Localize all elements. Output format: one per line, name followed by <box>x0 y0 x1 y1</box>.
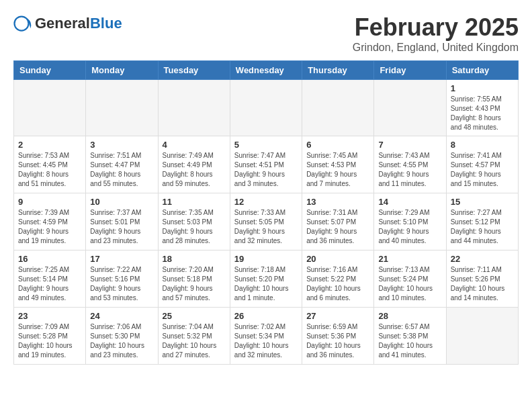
day-info: Sunrise: 7:49 AM Sunset: 4:49 PM Dayligh… <box>163 151 226 189</box>
calendar-cell: 17Sunrise: 7:22 AM Sunset: 5:16 PM Dayli… <box>86 250 158 308</box>
location: Grindon, England, United Kingdom <box>353 42 519 54</box>
calendar-cell: 27Sunrise: 6:59 AM Sunset: 5:36 PM Dayli… <box>302 308 374 365</box>
day-info: Sunrise: 7:39 AM Sunset: 4:59 PM Dayligh… <box>18 208 81 246</box>
calendar-cell: 10Sunrise: 7:37 AM Sunset: 5:01 PM Dayli… <box>86 193 158 250</box>
weekday-header: Saturday <box>446 61 518 80</box>
day-number: 8 <box>451 140 514 150</box>
calendar-cell <box>374 80 446 136</box>
day-number: 25 <box>163 311 226 321</box>
day-number: 11 <box>163 197 226 207</box>
day-info: Sunrise: 7:55 AM Sunset: 4:43 PM Dayligh… <box>451 95 514 132</box>
day-info: Sunrise: 7:53 AM Sunset: 4:45 PM Dayligh… <box>18 151 81 189</box>
weekday-header: Monday <box>86 61 158 80</box>
day-info: Sunrise: 7:22 AM Sunset: 5:16 PM Dayligh… <box>90 265 153 303</box>
calendar-cell: 24Sunrise: 7:06 AM Sunset: 5:30 PM Dayli… <box>86 308 158 365</box>
day-info: Sunrise: 7:04 AM Sunset: 5:32 PM Dayligh… <box>163 322 226 360</box>
day-number: 10 <box>90 197 153 207</box>
calendar-cell: 21Sunrise: 7:13 AM Sunset: 5:24 PM Dayli… <box>374 250 446 308</box>
day-number: 13 <box>306 197 369 207</box>
weekday-header: Tuesday <box>158 61 230 80</box>
calendar-cell <box>14 80 86 136</box>
day-number: 1 <box>451 83 514 93</box>
day-info: Sunrise: 7:20 AM Sunset: 5:18 PM Dayligh… <box>163 265 226 303</box>
calendar-cell: 6Sunrise: 7:45 AM Sunset: 4:53 PM Daylig… <box>302 136 374 193</box>
day-number: 15 <box>451 197 514 207</box>
day-info: Sunrise: 7:06 AM Sunset: 5:30 PM Dayligh… <box>90 322 153 360</box>
day-info: Sunrise: 7:51 AM Sunset: 4:47 PM Dayligh… <box>90 151 153 189</box>
day-info: Sunrise: 7:33 AM Sunset: 5:05 PM Dayligh… <box>234 208 298 246</box>
day-info: Sunrise: 7:37 AM Sunset: 5:01 PM Dayligh… <box>90 208 153 246</box>
calendar-cell: 1Sunrise: 7:55 AM Sunset: 4:43 PM Daylig… <box>446 80 518 136</box>
day-info: Sunrise: 6:57 AM Sunset: 5:38 PM Dayligh… <box>378 322 441 360</box>
day-number: 17 <box>90 254 153 264</box>
calendar-cell: 20Sunrise: 7:16 AM Sunset: 5:22 PM Dayli… <box>302 250 374 308</box>
day-info: Sunrise: 7:45 AM Sunset: 4:53 PM Dayligh… <box>306 151 369 189</box>
calendar-cell: 25Sunrise: 7:04 AM Sunset: 5:32 PM Dayli… <box>158 308 230 365</box>
calendar-cell <box>446 308 518 365</box>
calendar-cell <box>158 80 230 136</box>
day-info: Sunrise: 7:18 AM Sunset: 5:20 PM Dayligh… <box>234 265 298 303</box>
day-info: Sunrise: 7:27 AM Sunset: 5:12 PM Dayligh… <box>451 208 514 246</box>
calendar-cell: 2Sunrise: 7:53 AM Sunset: 4:45 PM Daylig… <box>14 136 86 193</box>
calendar-cell: 28Sunrise: 6:57 AM Sunset: 5:38 PM Dayli… <box>374 308 446 365</box>
day-number: 14 <box>378 197 441 207</box>
day-number: 20 <box>306 254 369 264</box>
day-info: Sunrise: 7:29 AM Sunset: 5:10 PM Dayligh… <box>378 208 441 246</box>
day-number: 26 <box>234 311 298 321</box>
day-number: 9 <box>18 197 81 207</box>
day-number: 22 <box>451 254 514 264</box>
day-number: 23 <box>18 311 81 321</box>
page-header: GeneralBlue February 2025 Grindon, Engla… <box>13 13 519 54</box>
day-info: Sunrise: 7:13 AM Sunset: 5:24 PM Dayligh… <box>378 265 441 303</box>
calendar-cell: 19Sunrise: 7:18 AM Sunset: 5:20 PM Dayli… <box>230 250 302 308</box>
day-number: 12 <box>234 197 298 207</box>
day-info: Sunrise: 7:16 AM Sunset: 5:22 PM Dayligh… <box>306 265 369 303</box>
day-info: Sunrise: 7:09 AM Sunset: 5:28 PM Dayligh… <box>18 322 81 360</box>
calendar-cell: 15Sunrise: 7:27 AM Sunset: 5:12 PM Dayli… <box>446 193 518 250</box>
day-number: 18 <box>163 254 226 264</box>
week-row: 1Sunrise: 7:55 AM Sunset: 4:43 PM Daylig… <box>14 80 519 136</box>
logo-text: GeneralBlue <box>35 15 122 32</box>
day-number: 3 <box>90 140 153 150</box>
calendar-cell <box>230 80 302 136</box>
calendar-cell: 3Sunrise: 7:51 AM Sunset: 4:47 PM Daylig… <box>86 136 158 193</box>
logo: GeneralBlue <box>13 13 122 34</box>
day-info: Sunrise: 7:31 AM Sunset: 5:07 PM Dayligh… <box>306 208 369 246</box>
calendar-cell: 11Sunrise: 7:35 AM Sunset: 5:03 PM Dayli… <box>158 193 230 250</box>
day-info: Sunrise: 7:35 AM Sunset: 5:03 PM Dayligh… <box>163 208 226 246</box>
title-block: February 2025 Grindon, England, United K… <box>353 13 519 54</box>
calendar-table: SundayMondayTuesdayWednesdayThursdayFrid… <box>13 60 519 365</box>
weekday-header: Thursday <box>302 61 374 80</box>
day-number: 5 <box>234 140 298 150</box>
day-number: 24 <box>90 311 153 321</box>
calendar-cell: 14Sunrise: 7:29 AM Sunset: 5:10 PM Dayli… <box>374 193 446 250</box>
day-number: 16 <box>18 254 81 264</box>
weekday-header-row: SundayMondayTuesdayWednesdayThursdayFrid… <box>14 61 519 80</box>
logo-icon <box>13 13 34 34</box>
weekday-header: Friday <box>374 61 446 80</box>
calendar-cell: 7Sunrise: 7:43 AM Sunset: 4:55 PM Daylig… <box>374 136 446 193</box>
week-row: 9Sunrise: 7:39 AM Sunset: 4:59 PM Daylig… <box>14 193 519 250</box>
day-info: Sunrise: 7:41 AM Sunset: 4:57 PM Dayligh… <box>451 151 514 189</box>
calendar-cell: 13Sunrise: 7:31 AM Sunset: 5:07 PM Dayli… <box>302 193 374 250</box>
calendar-cell: 8Sunrise: 7:41 AM Sunset: 4:57 PM Daylig… <box>446 136 518 193</box>
day-number: 19 <box>234 254 298 264</box>
calendar-cell: 22Sunrise: 7:11 AM Sunset: 5:26 PM Dayli… <box>446 250 518 308</box>
weekday-header: Sunday <box>14 61 86 80</box>
calendar-cell: 23Sunrise: 7:09 AM Sunset: 5:28 PM Dayli… <box>14 308 86 365</box>
day-info: Sunrise: 7:47 AM Sunset: 4:51 PM Dayligh… <box>234 151 298 189</box>
calendar-cell <box>86 80 158 136</box>
day-number: 28 <box>378 311 441 321</box>
calendar-cell: 18Sunrise: 7:20 AM Sunset: 5:18 PM Dayli… <box>158 250 230 308</box>
day-number: 4 <box>163 140 226 150</box>
week-row: 16Sunrise: 7:25 AM Sunset: 5:14 PM Dayli… <box>14 250 519 308</box>
weekday-header: Wednesday <box>230 61 302 80</box>
day-info: Sunrise: 7:25 AM Sunset: 5:14 PM Dayligh… <box>18 265 81 303</box>
calendar-cell: 4Sunrise: 7:49 AM Sunset: 4:49 PM Daylig… <box>158 136 230 193</box>
day-number: 7 <box>378 140 441 150</box>
day-info: Sunrise: 7:02 AM Sunset: 5:34 PM Dayligh… <box>234 322 298 360</box>
day-number: 2 <box>18 140 81 150</box>
month-title: February 2025 <box>353 13 519 42</box>
calendar-cell: 5Sunrise: 7:47 AM Sunset: 4:51 PM Daylig… <box>230 136 302 193</box>
calendar-cell <box>302 80 374 136</box>
